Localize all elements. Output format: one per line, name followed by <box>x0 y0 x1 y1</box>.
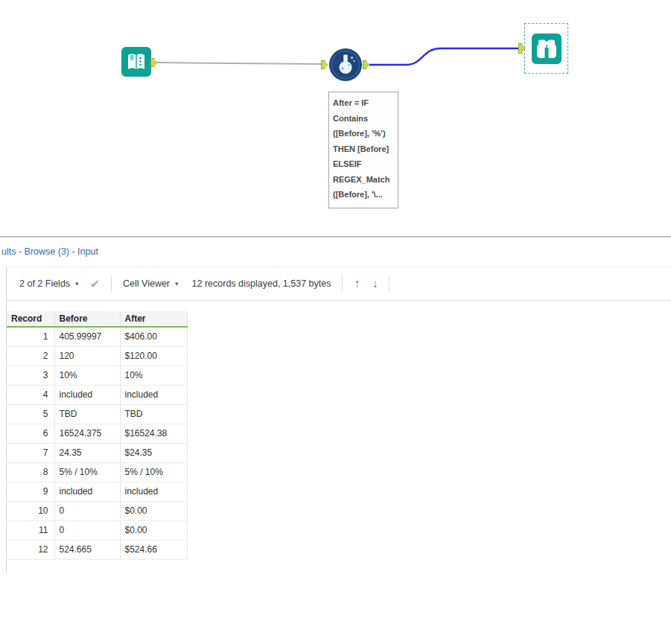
column-header-record[interactable]: Record <box>7 311 54 327</box>
column-header-after[interactable]: After <box>120 311 187 327</box>
table-row[interactable]: 12 524.665 $524.66 <box>7 540 187 559</box>
results-table-wrap: Record Before After 1 405.99997 $406.00 … <box>7 311 671 560</box>
formula-tool[interactable] <box>329 48 362 81</box>
cell-before[interactable]: 10% <box>54 366 120 385</box>
table-row[interactable]: 5 TBD TBD <box>7 404 187 424</box>
cell-record[interactable]: 12 <box>7 540 54 559</box>
cell-before[interactable]: included <box>54 385 120 404</box>
cell-before[interactable]: 16524.375 <box>54 424 120 443</box>
results-toolbar: 2 of 2 Fields ▾ ✔ Cell Viewer ▾ 12 recor… <box>7 267 671 301</box>
cell-record[interactable]: 6 <box>7 424 54 443</box>
cell-record[interactable]: 4 <box>7 385 54 404</box>
annotation-line: THEN [Before] <box>333 141 395 157</box>
cell-viewer-label: Cell Viewer <box>123 278 170 289</box>
cell-record[interactable]: 10 <box>7 501 54 520</box>
connection-formula-to-browse[interactable] <box>369 48 519 65</box>
cell-record[interactable]: 2 <box>7 346 54 366</box>
table-row[interactable]: 2 120 $120.00 <box>7 346 187 366</box>
browse-tool-binoculars-icon <box>532 34 562 64</box>
alteryx-window: After = IF Contains ([Before], '%') THEN… <box>0 0 671 644</box>
table-row[interactable]: 7 24.35 $24.35 <box>7 443 187 462</box>
table-row[interactable]: 8 5% / 10% 5% / 10% <box>7 462 187 482</box>
arrow-down-icon[interactable]: ↓ <box>372 278 378 290</box>
cell-before[interactable]: 5% / 10% <box>54 462 120 482</box>
cell-after[interactable]: $0.00 <box>120 501 187 520</box>
cell-before[interactable]: 0 <box>54 501 120 520</box>
annotation-line: ([Before], '%') <box>333 126 395 141</box>
browse-tool[interactable] <box>532 34 562 64</box>
cell-before[interactable]: 524.665 <box>54 540 120 559</box>
cell-after[interactable]: 10% <box>120 366 187 385</box>
cell-viewer-dropdown[interactable]: Cell Viewer ▾ <box>123 278 179 289</box>
chevron-down-icon: ▾ <box>75 280 79 287</box>
table-row[interactable]: 3 10% 10% <box>7 366 187 385</box>
results-pane: ults - Browse (3) - Input 2 of 2 Fields … <box>0 236 671 644</box>
toolbar-divider <box>111 275 112 292</box>
input-tool-book-icon <box>121 47 151 77</box>
cell-before[interactable]: 0 <box>54 520 120 540</box>
annotation-line: ([Before], '\... <box>333 187 395 203</box>
table-row[interactable]: 9 included included <box>7 482 187 501</box>
chevron-down-icon: ▾ <box>175 280 179 287</box>
formula-annotation[interactable]: After = IF Contains ([Before], '%') THEN… <box>328 92 398 208</box>
results-table: Record Before After 1 405.99997 $406.00 … <box>7 311 188 560</box>
cell-after[interactable]: 5% / 10% <box>120 462 187 482</box>
results-grid: 2 of 2 Fields ▾ ✔ Cell Viewer ▾ 12 recor… <box>6 267 671 572</box>
table-row[interactable]: 6 16524.375 $16524.38 <box>7 424 187 443</box>
records-info: 12 records displayed, 1,537 bytes <box>192 278 331 289</box>
cell-after[interactable]: $524.66 <box>120 540 187 559</box>
cell-after[interactable]: included <box>120 385 187 404</box>
cell-before[interactable]: included <box>54 482 120 501</box>
annotation-line: After = IF <box>333 95 395 111</box>
cell-before[interactable]: 24.35 <box>54 443 120 462</box>
apply-check-icon[interactable]: ✔ <box>90 277 100 291</box>
table-row[interactable]: 1 405.99997 $406.00 <box>7 327 187 346</box>
input-tool[interactable] <box>121 47 151 77</box>
cell-record[interactable]: 1 <box>7 327 54 346</box>
cell-record[interactable]: 5 <box>7 404 54 424</box>
toolbar-divider <box>389 275 389 292</box>
results-pane-title: ults - Browse (3) - Input <box>1 246 98 257</box>
cell-record[interactable]: 9 <box>7 482 54 501</box>
table-header-row: Record Before After <box>7 311 187 327</box>
cell-after[interactable]: $16524.38 <box>120 424 187 443</box>
cell-before[interactable]: 120 <box>54 346 120 366</box>
cell-after[interactable]: included <box>120 482 187 501</box>
annotation-line: REGEX_Match <box>333 172 395 188</box>
cell-after[interactable]: $24.35 <box>120 443 187 462</box>
cell-after[interactable]: $0.00 <box>120 520 187 540</box>
fields-dropdown-label: 2 of 2 Fields <box>19 278 70 289</box>
cell-before[interactable]: TBD <box>54 404 120 424</box>
toolbar-divider <box>342 275 343 292</box>
cell-after[interactable]: $120.00 <box>120 346 187 366</box>
cell-before[interactable]: 405.99997 <box>54 327 120 346</box>
annotation-line: Contains <box>333 111 395 127</box>
cell-after[interactable]: $406.00 <box>120 327 187 346</box>
table-row[interactable]: 11 0 $0.00 <box>7 520 187 540</box>
table-row[interactable]: 10 0 $0.00 <box>7 501 187 520</box>
arrow-up-icon[interactable]: ↑ <box>354 278 360 290</box>
cell-after[interactable]: TBD <box>120 404 187 424</box>
connection-input-to-formula[interactable] <box>157 63 321 64</box>
table-row[interactable]: 4 included included <box>7 385 187 404</box>
formula-tool-flask-icon <box>329 48 362 81</box>
cell-record[interactable]: 8 <box>7 462 54 482</box>
workflow-canvas[interactable]: After = IF Contains ([Before], '%') THEN… <box>0 0 671 236</box>
annotation-line: ELSEIF <box>333 156 395 172</box>
column-header-before[interactable]: Before <box>54 311 120 327</box>
cell-record[interactable]: 7 <box>7 443 54 462</box>
cell-record[interactable]: 3 <box>7 366 54 385</box>
browse-tool-selection-box <box>524 23 568 74</box>
fields-dropdown[interactable]: 2 of 2 Fields ▾ <box>19 278 79 289</box>
cell-record[interactable]: 11 <box>7 520 54 540</box>
